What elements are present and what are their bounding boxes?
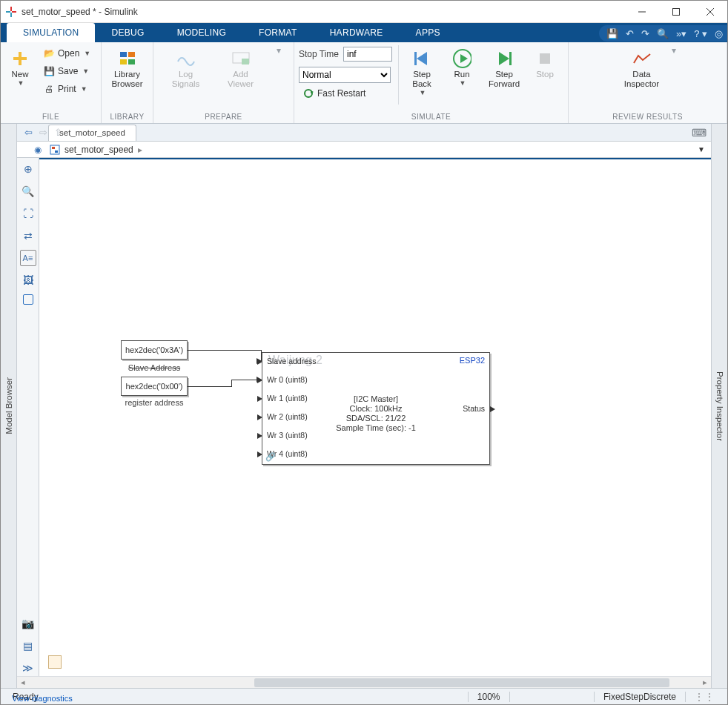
fast-restart-button[interactable]: Fast Restart [299, 85, 392, 102]
save-icon[interactable]: 💾 [606, 28, 618, 39]
svg-rect-2 [6, 11, 10, 13]
new-button[interactable]: New ▼ [5, 45, 35, 90]
svg-rect-14 [233, 53, 249, 63]
quick-access-toolbar: 💾 ↶ ↷ 🔍 »▾ ? ▾ ◎ [599, 25, 727, 42]
svg-rect-24 [540, 53, 550, 64]
image-icon[interactable]: 🖼 [20, 272, 36, 288]
status-more-icon[interactable]: ⋮⋮ [686, 692, 724, 702]
sim-mode-select[interactable]: Normal [299, 67, 391, 83]
step-back-label: Step Back [412, 70, 431, 89]
redo-icon[interactable]: ↷ [641, 28, 649, 39]
svg-rect-26 [52, 147, 55, 149]
print-label: Print [58, 84, 76, 94]
model-browser-tab[interactable]: Model Browser [1, 124, 17, 688]
open-button[interactable]: 📂Open▼ [39, 45, 94, 62]
group-file-label: FILE [5, 111, 96, 123]
minimize-button[interactable] [625, 1, 659, 23]
model-icon [50, 145, 60, 155]
svg-rect-5 [673, 8, 680, 15]
constant-block-slave-address[interactable]: hex2dec('0x3A') [121, 340, 188, 360]
constant1-text: hex2dec('0x3A') [125, 345, 183, 354]
svg-rect-19 [414, 52, 417, 65]
camera-icon[interactable]: 📷 [20, 615, 36, 632]
svg-rect-25 [50, 145, 59, 154]
svg-marker-18 [417, 52, 427, 65]
group-simulate: Stop Time Normal Fast Restart Step Back▼ [294, 42, 569, 123]
nav-back-icon[interactable]: ⇦ [21, 125, 35, 139]
port-in-icon [257, 396, 262, 402]
block-icon[interactable] [23, 294, 33, 305]
library-browser-button[interactable]: Library Browser [107, 45, 148, 93]
prepare-expand[interactable]: ▾ [275, 45, 282, 56]
tab-format[interactable]: FORMAT [242, 23, 314, 42]
port-in-icon [257, 359, 262, 365]
tab-simulation[interactable]: SIMULATION [7, 23, 95, 42]
close-button[interactable] [693, 1, 727, 23]
expand-palette-icon[interactable]: ≫ [20, 660, 36, 676]
svg-rect-0 [10, 7, 12, 11]
maximize-button[interactable] [659, 1, 693, 23]
undo-icon[interactable]: ↶ [626, 28, 634, 39]
target-icon[interactable]: ◎ [715, 28, 723, 39]
i2c-master-block[interactable]: Waijung 2 ESP32 [I2C Master] Clock: 100k… [262, 352, 490, 465]
tab-debug[interactable]: DEBUG [95, 23, 160, 42]
stoptime-input[interactable] [343, 47, 392, 62]
log-signals-label: Log Signals [172, 70, 200, 89]
review-expand[interactable]: ▾ [670, 45, 678, 56]
more-icon[interactable]: »▾ [676, 28, 686, 39]
horizontal-scrollbar[interactable]: ◂ ▸ [17, 676, 711, 688]
status-zoom[interactable]: 100% [469, 692, 509, 702]
stop-label: Stop [536, 70, 554, 79]
ribbon: New ▼ 📂Open▼ 💾Save▼ 🖨Print▼ FILE Library… [1, 42, 727, 124]
constant1-label: Slave Address [113, 363, 195, 372]
print-button[interactable]: 🖨Print▼ [39, 81, 94, 97]
data-inspector-button[interactable]: Data Inspector [618, 45, 666, 93]
data-inspector-label: Data Inspector [624, 70, 659, 89]
help-icon[interactable]: ? ▾ [694, 28, 707, 39]
fitscreen-icon[interactable]: ⛶ [20, 205, 36, 222]
search-icon[interactable]: 🔍 [657, 28, 669, 39]
crumb-dropdown[interactable]: ▼ [698, 145, 705, 153]
constant2-text: hex2dec('0x00') [126, 382, 183, 391]
overview-toggle[interactable] [48, 655, 62, 669]
port-label: Wr 1 (uint8) [267, 394, 308, 403]
fit-icon[interactable]: ⊕ [20, 161, 36, 177]
crumb-name[interactable]: set_motor_speed [64, 145, 133, 155]
port-label: Wr 3 (uint8) [267, 431, 308, 440]
view-diagnostics-link[interactable]: View diagnostics [3, 694, 82, 703]
keyboard-icon[interactable]: ⌨ [692, 127, 707, 139]
save-button[interactable]: 💾Save▼ [39, 63, 94, 79]
scroll-thumb[interactable] [254, 678, 669, 687]
group-prepare: Log Signals Add Viewer ▾ PREPARE [153, 42, 294, 123]
port-in-icon [257, 414, 262, 420]
block-brand: ESP32 [460, 356, 485, 365]
annotate-icon[interactable]: A≡ [20, 250, 36, 266]
step-forward-button[interactable]: Step Forward [485, 45, 523, 93]
svg-rect-9 [13, 57, 27, 60]
scroll-left-icon[interactable]: ◂ [17, 678, 29, 687]
open-label: Open [58, 48, 79, 59]
status-solver[interactable]: FixedStepDiscrete [595, 692, 685, 702]
tab-hardware[interactable]: HARDWARE [314, 23, 400, 42]
svg-rect-11 [128, 52, 135, 57]
canvas[interactable]: hex2dec('0x3A') Slave Address hex2dec('0… [39, 158, 711, 676]
constant-block-register-address[interactable]: hex2dec('0x00') [121, 377, 188, 396]
port-in-icon [257, 451, 262, 457]
step-back-button[interactable]: Step Back▼ [405, 45, 439, 100]
port-in-icon [257, 433, 262, 439]
nav-fwd-icon: ⇨ [36, 125, 50, 139]
signal-icon[interactable]: ⇄ [20, 228, 36, 244]
svg-marker-22 [499, 52, 509, 65]
tab-modeling[interactable]: MODELING [161, 23, 242, 42]
property-inspector-tab[interactable]: Property Inspector [711, 124, 727, 688]
nav-pin-icon[interactable]: ◉ [34, 145, 42, 155]
run-button[interactable]: Run▼ [445, 45, 479, 90]
port-label: Slave address [267, 357, 317, 365]
titlebar: set_motor_speed * - Simulink [1, 1, 727, 23]
scroll-right-icon[interactable]: ▸ [699, 678, 711, 687]
tab-apps[interactable]: APPS [400, 23, 457, 42]
layers-icon[interactable]: ▤ [20, 638, 36, 654]
fast-restart-label: Fast Restart [317, 88, 365, 99]
zoom-icon[interactable]: 🔍 [20, 183, 36, 199]
model-tabrow: ⇦ ⇨ ⇧ set_motor_speed ⌨ [17, 124, 711, 142]
